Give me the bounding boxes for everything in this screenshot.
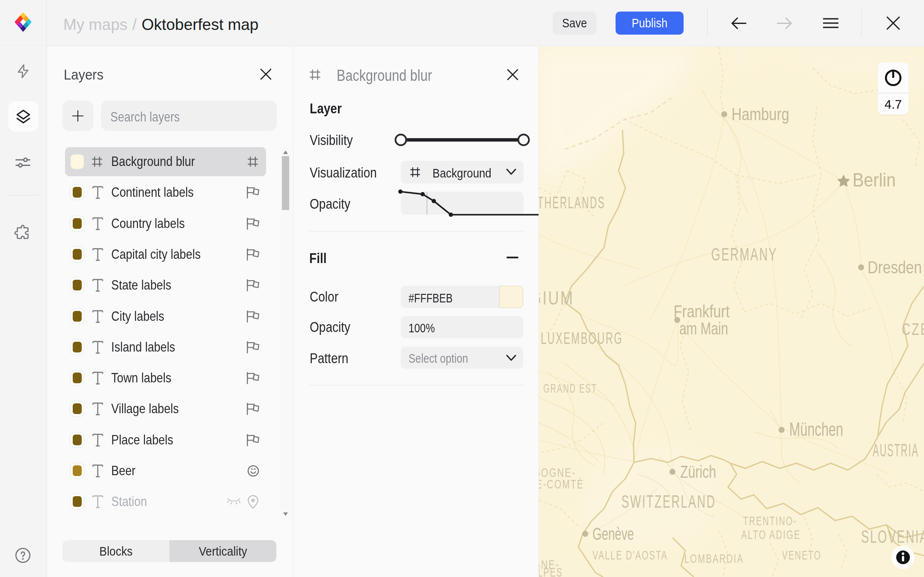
svg-text:Zürich: Zürich: [680, 462, 716, 481]
svg-text:Berlin: Berlin: [853, 169, 896, 191]
svg-text:NETHERLANDS: NETHERLANDS: [539, 194, 605, 212]
svg-text:LOMBARDIA: LOMBARDIA: [684, 552, 744, 565]
svg-text:Dresden: Dresden: [868, 258, 922, 277]
svg-text:SLOVENIA: SLOVENIA: [861, 527, 924, 547]
svg-text:VENETO: VENETO: [782, 548, 821, 562]
svg-text:GERMANY: GERMANY: [711, 244, 778, 264]
svg-text:ALTO ADIGE: ALTO ADIGE: [741, 528, 801, 541]
svg-text:GRAND EST: GRAND EST: [543, 382, 597, 395]
svg-text:ALPES: ALPES: [539, 565, 563, 577]
svg-text:SWITZERLAND: SWITZERLAND: [622, 491, 716, 512]
svg-text:am Main: am Main: [679, 319, 728, 338]
svg-text:Frankfurt: Frankfurt: [674, 302, 730, 321]
svg-text:CZECH: CZECH: [902, 320, 924, 338]
svg-text:Genève: Genève: [592, 524, 634, 543]
svg-text:E-COMTÉ: E-COMTÉ: [539, 477, 584, 491]
svg-text:München: München: [789, 419, 843, 440]
svg-text:VALLE D'AOSTA: VALLE D'AOSTA: [592, 548, 668, 562]
svg-text:AUSTRIA: AUSTRIA: [873, 440, 919, 460]
svg-text:Hamburg: Hamburg: [732, 105, 789, 124]
svg-text:BELGIUM: BELGIUM: [539, 287, 574, 308]
svg-text:TRENTINO-: TRENTINO-: [743, 514, 797, 528]
svg-text:LUXEMBOURG: LUXEMBOURG: [541, 329, 623, 347]
